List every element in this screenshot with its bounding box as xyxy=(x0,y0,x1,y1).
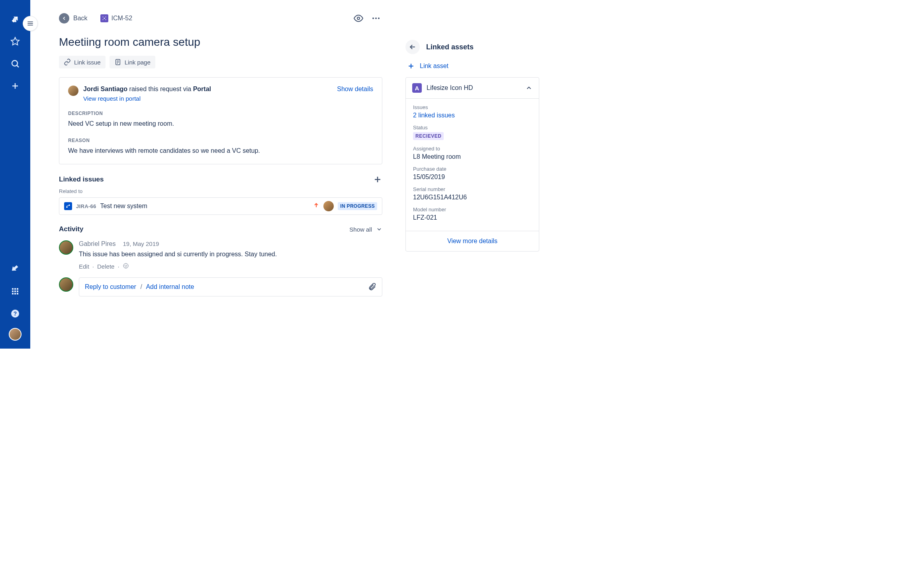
star-icon[interactable] xyxy=(7,33,23,49)
issue-key-crumb[interactable]: ICM-52 xyxy=(100,14,132,22)
svg-point-27 xyxy=(378,18,380,19)
watch-button[interactable] xyxy=(352,12,365,25)
comment-edit-button[interactable]: Edit xyxy=(79,263,89,270)
reason-label: REASON xyxy=(68,138,373,143)
svg-rect-8 xyxy=(12,290,14,292)
add-internal-note-button[interactable]: Add internal note xyxy=(146,283,194,290)
more-actions-button[interactable] xyxy=(370,12,382,25)
search-icon[interactable] xyxy=(7,56,23,72)
linked-issue-status: IN PROGRESS xyxy=(338,202,377,210)
asset-card-header[interactable]: A Lifesize Icon HD xyxy=(406,78,539,99)
comment-body-text: This issue has been assigned and si curr… xyxy=(79,251,382,258)
comment-author[interactable]: Gabriel Pires xyxy=(79,240,116,248)
svg-point-20 xyxy=(102,17,103,18)
asset-status-badge: RECIEVED xyxy=(413,132,444,140)
view-in-portal-link[interactable]: View request in portal xyxy=(83,95,211,102)
asset-status-label: Status xyxy=(413,125,532,131)
request-details-card: Jordi Santiago raised this request via P… xyxy=(59,77,382,164)
svg-point-37 xyxy=(123,263,128,268)
attachment-icon[interactable] xyxy=(368,283,376,291)
create-icon[interactable] xyxy=(7,78,23,94)
svg-rect-6 xyxy=(14,288,16,290)
link-page-button[interactable]: Link page xyxy=(110,56,155,68)
svg-rect-11 xyxy=(12,293,14,294)
help-icon[interactable]: ? xyxy=(7,306,23,322)
chevron-down-icon xyxy=(376,226,382,232)
asset-card: A Lifesize Icon HD Issues 2 linked issue… xyxy=(405,77,539,252)
asset-purchase-value: 15/05/2019 xyxy=(413,174,532,181)
svg-line-2 xyxy=(17,65,19,67)
svg-marker-0 xyxy=(11,37,19,45)
asset-purchase-label: Purchase date xyxy=(413,166,532,172)
comment-delete-button[interactable]: Delete xyxy=(97,263,114,270)
issue-key-text: ICM-52 xyxy=(112,15,132,22)
svg-text:?: ? xyxy=(14,310,17,317)
current-user-avatar[interactable] xyxy=(59,277,73,292)
asset-assigned-label: Assigned to xyxy=(413,146,532,152)
back-label: Back xyxy=(73,15,88,22)
comment-react-button[interactable] xyxy=(123,263,129,270)
breadcrumb: Back ICM-52 xyxy=(59,12,382,25)
comment-avatar[interactable] xyxy=(59,240,73,255)
svg-rect-10 xyxy=(17,290,18,292)
svg-point-23 xyxy=(105,19,106,20)
svg-point-22 xyxy=(102,19,103,20)
activity-filter-dropdown[interactable]: Show all xyxy=(349,226,382,233)
reply-to-customer-button[interactable]: Reply to customer xyxy=(85,283,136,290)
svg-rect-7 xyxy=(17,288,18,290)
page-icon xyxy=(114,58,121,66)
reporter-avatar[interactable] xyxy=(68,86,78,96)
linked-issue-type-icon xyxy=(64,202,72,210)
issue-title[interactable]: Meetiing room camera setup xyxy=(59,36,382,49)
profile-avatar[interactable] xyxy=(9,328,22,341)
asset-model-value: LFZ-021 xyxy=(413,214,532,221)
svg-point-1 xyxy=(12,60,18,66)
notifications-icon[interactable] xyxy=(7,261,23,277)
asset-model-label: Model number xyxy=(413,207,532,213)
show-details-link[interactable]: Show details xyxy=(337,86,373,93)
svg-point-19 xyxy=(104,18,105,19)
sidebar-toggle-button[interactable] xyxy=(23,16,38,31)
relation-label: Related to xyxy=(59,188,382,194)
comment-item: Gabriel Pires 19, May 2019 This issue ha… xyxy=(59,240,382,270)
svg-rect-12 xyxy=(14,293,16,294)
reply-input[interactable]: Reply to customer / Add internal note xyxy=(79,277,382,296)
asset-assigned-value: L8 Meeting room xyxy=(413,153,532,160)
view-more-details-link[interactable]: View more details xyxy=(406,231,539,251)
arrow-left-icon xyxy=(59,13,69,23)
reason-text[interactable]: We have interviews with remote candidate… xyxy=(68,147,373,154)
reply-box: Reply to customer / Add internal note xyxy=(59,277,382,296)
linked-issue-assignee-avatar[interactable] xyxy=(323,201,334,211)
svg-rect-34 xyxy=(67,207,68,208)
app-switcher-icon[interactable] xyxy=(7,283,23,299)
svg-point-26 xyxy=(375,18,377,19)
back-button[interactable]: Back xyxy=(59,13,88,23)
svg-point-21 xyxy=(105,17,106,18)
linked-issue-row[interactable]: JIRA-66 Test new system IN PROGRESS xyxy=(59,197,382,215)
svg-point-38 xyxy=(125,265,125,265)
link-issue-button[interactable]: Link issue xyxy=(59,56,106,68)
svg-rect-5 xyxy=(12,288,14,290)
asset-serial-value: 12U6G151A412U6 xyxy=(413,194,532,201)
asset-issues-link[interactable]: 2 linked issues xyxy=(413,112,532,119)
app-logo[interactable] xyxy=(7,11,23,27)
activity-heading: Activity xyxy=(59,225,83,233)
svg-point-24 xyxy=(357,17,360,19)
global-nav-rail: ? xyxy=(0,0,30,349)
linked-issues-heading: Linked issues xyxy=(59,175,104,183)
description-text[interactable]: Need VC setup in new meeting room. xyxy=(68,120,373,127)
add-linked-issue-button[interactable] xyxy=(373,175,382,184)
linked-assets-back-button[interactable] xyxy=(405,40,420,54)
svg-point-25 xyxy=(372,18,374,19)
svg-rect-9 xyxy=(14,290,16,292)
requester-text: Jordi Santiago raised this request via P… xyxy=(83,86,211,93)
svg-point-39 xyxy=(126,265,127,265)
svg-rect-13 xyxy=(17,293,18,294)
asset-logo-icon: A xyxy=(412,83,422,93)
linked-assets-title: Linked assets xyxy=(426,43,474,51)
link-asset-button[interactable]: Link asset xyxy=(407,62,539,70)
link-icon xyxy=(64,58,71,66)
linked-issue-summary: Test new system xyxy=(100,203,147,210)
comment-date: 19, May 2019 xyxy=(123,240,159,247)
chevron-up-icon xyxy=(525,84,532,92)
